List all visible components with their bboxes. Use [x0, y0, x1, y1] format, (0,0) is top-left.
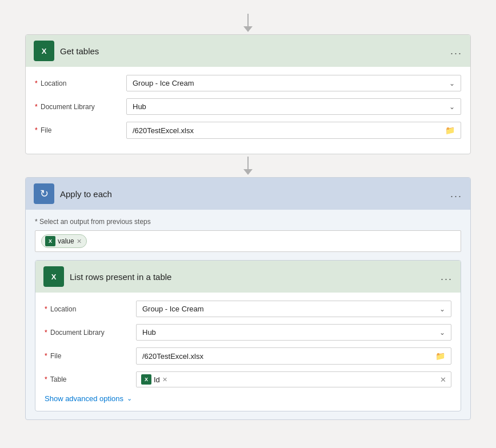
get-tables-excel-icon: X — [34, 41, 54, 61]
required-star: * — [35, 79, 38, 87]
list-rows-header: X List rows present in a table ... — [35, 261, 461, 293]
get-tables-title: Get tables — [60, 46, 99, 56]
list-rows-body: * Location Group - Ice Cream ⌄ * Documen… — [35, 293, 461, 411]
show-advanced-chevron-icon: ⌄ — [127, 395, 132, 402]
list-rows-file-label: * File — [45, 352, 136, 360]
get-tables-file-label: * File — [35, 126, 126, 134]
middle-connector-line — [247, 157, 249, 169]
get-tables-location-row: * Location Group - Ice Cream ⌄ — [35, 75, 461, 91]
arrow-down-icon — [243, 26, 253, 32]
value-token: X value ✕ — [41, 234, 87, 248]
apply-to-each-card: ↻ Apply to each ... * Select an output f… — [25, 177, 471, 420]
list-rows-file-row: * File /620TestExcel.xlsx 📁 — [45, 347, 451, 365]
get-tables-location-value: Group - Ice Cream — [133, 79, 194, 87]
apply-header-left: ↻ Apply to each — [34, 183, 112, 204]
list-rows-header-left: X List rows present in a table — [43, 266, 171, 287]
table-token: X Id ✕ — [141, 374, 167, 385]
get-tables-doclibrary-label: * Document Library — [35, 103, 126, 111]
doclibrary-chevron-icon: ⌄ — [449, 103, 455, 111]
get-tables-doclibrary-row: * Document Library Hub ⌄ — [35, 98, 461, 115]
list-rows-file-field[interactable]: /620TestExcel.xlsx 📁 — [136, 347, 451, 365]
list-rows-location-row: * Location Group - Ice Cream ⌄ — [45, 301, 451, 317]
table-token-remove-icon[interactable]: ✕ — [162, 376, 167, 383]
get-tables-card: X Get tables ... * Location Group - Ice … — [25, 34, 471, 154]
middle-arrow-down-icon — [243, 169, 253, 175]
get-tables-doclibrary-value: Hub — [133, 102, 146, 111]
list-rows-location-dropdown[interactable]: Group - Ice Cream ⌄ — [136, 301, 451, 317]
list-rows-location-value: Group - Ice Cream — [142, 305, 204, 313]
token-label: value — [58, 237, 74, 245]
get-tables-body: * Location Group - Ice Cream ⌄ * Documen… — [26, 67, 470, 154]
list-rows-card: X List rows present in a table ... * Loc… — [35, 260, 461, 411]
get-tables-file-field[interactable]: /620TestExcel.xlsx 📁 — [126, 122, 461, 139]
list-rows-file-value: /620TestExcel.xlsx — [142, 352, 203, 361]
list-rows-more-options[interactable]: ... — [441, 271, 453, 283]
list-rows-title: List rows present in a table — [70, 272, 171, 282]
list-rows-location-label: * Location — [45, 305, 136, 313]
list-rows-table-row: * Table X Id ✕ ✕ — [45, 371, 451, 387]
table-field-clear-icon[interactable]: ✕ — [440, 375, 446, 384]
list-rows-doclibrary-value: Hub — [142, 328, 156, 337]
refresh-icon: ↻ — [40, 187, 49, 200]
select-output-label: * Select an output from previous steps — [35, 218, 461, 226]
get-tables-file-row: * File /620TestExcel.xlsx 📁 — [35, 122, 461, 139]
apply-to-each-title: Apply to each — [60, 189, 112, 199]
list-rows-location-chevron: ⌄ — [439, 305, 445, 313]
show-advanced-options[interactable]: Show advanced options ⌄ — [45, 394, 451, 403]
table-token-label: Id — [154, 375, 160, 384]
file-folder-icon: 📁 — [445, 126, 455, 135]
get-tables-file-value: /620TestExcel.xlsx — [133, 126, 194, 135]
token-area: X value ✕ — [35, 230, 461, 252]
get-tables-doclibrary-dropdown[interactable]: Hub ⌄ — [126, 98, 461, 115]
get-tables-header: X Get tables ... — [26, 35, 470, 67]
apply-to-each-body: * Select an output from previous steps X… — [26, 210, 470, 419]
table-token-excel-icon: X — [141, 374, 151, 385]
list-rows-excel-icon: X — [43, 266, 64, 287]
list-rows-doclibrary-chevron: ⌄ — [439, 329, 445, 337]
top-connector — [243, 14, 253, 32]
token-excel-icon: X — [45, 236, 55, 246]
apply-icon-box: ↻ — [34, 183, 54, 204]
location-chevron-icon: ⌄ — [449, 79, 455, 87]
list-rows-folder-icon: 📁 — [435, 351, 445, 361]
middle-connector — [243, 157, 253, 175]
token-remove-icon[interactable]: ✕ — [77, 238, 82, 245]
show-advanced-label: Show advanced options — [45, 394, 123, 403]
list-rows-table-field[interactable]: X Id ✕ ✕ — [136, 371, 451, 387]
connector-line — [247, 14, 249, 26]
list-rows-doclibrary-dropdown[interactable]: Hub ⌄ — [136, 324, 451, 341]
get-tables-header-left: X Get tables — [34, 41, 99, 61]
list-rows-table-label: * Table — [45, 375, 136, 383]
apply-to-each-more-options[interactable]: ... — [450, 188, 462, 200]
apply-to-each-header: ↻ Apply to each ... — [26, 178, 470, 210]
list-rows-doclibrary-label: * Document Library — [45, 329, 136, 337]
list-rows-doclibrary-row: * Document Library Hub ⌄ — [45, 324, 451, 341]
get-tables-location-label: * Location — [35, 79, 126, 87]
get-tables-location-dropdown[interactable]: Group - Ice Cream ⌄ — [126, 75, 461, 91]
get-tables-more-options[interactable]: ... — [450, 45, 462, 57]
